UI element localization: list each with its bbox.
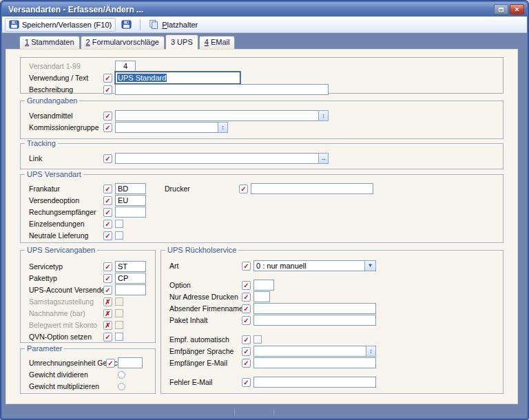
tab-ups[interactable]: 3 UPS bbox=[165, 34, 198, 50]
empf-automatisch-checkbox[interactable] bbox=[253, 335, 262, 344]
umrechnung-input[interactable] bbox=[118, 357, 143, 368]
field-active-check-icon[interactable]: ✓ bbox=[242, 316, 251, 325]
open-link-icon[interactable]: → bbox=[318, 153, 329, 164]
ups-account-input[interactable] bbox=[115, 284, 146, 295]
link-input[interactable] bbox=[115, 153, 318, 164]
empfaenger-email-input[interactable] bbox=[253, 357, 376, 368]
field-active-check-icon[interactable]: ✓ bbox=[103, 74, 112, 83]
fehler-email-input[interactable] bbox=[253, 377, 376, 388]
empfaenger-sprache-input[interactable] bbox=[253, 346, 366, 357]
rechnungsempfaenger-label: Rechungsempfänger bbox=[29, 208, 103, 216]
field-active-check-icon[interactable]: ✓ bbox=[103, 196, 112, 205]
nur-adresse-input[interactable] bbox=[253, 291, 270, 302]
tab-stammdaten[interactable]: 1 Stammdaten bbox=[19, 36, 80, 49]
ups-servicangaben-legend: UPS Servicangaben bbox=[25, 246, 97, 254]
field-inactive-cross-icon[interactable]: ✗ bbox=[103, 321, 112, 330]
save-button[interactable] bbox=[117, 18, 136, 32]
field-active-check-icon[interactable]: ✓ bbox=[242, 281, 251, 290]
field-active-check-icon[interactable]: ✓ bbox=[242, 262, 251, 271]
field-active-check-icon[interactable]: ✓ bbox=[106, 359, 115, 368]
field-active-check-icon[interactable]: ✓ bbox=[242, 293, 251, 302]
placeholder-label: Platzhalter bbox=[162, 21, 198, 29]
samstagszustellung-label: Samstagszustellung bbox=[29, 297, 103, 306]
grundangaben-legend: Grundangaben bbox=[25, 96, 79, 105]
gewicht-multiplizieren-radio[interactable] bbox=[118, 383, 125, 390]
head-groupbox: Versandart 1-99 Verwendung / Text ✓ UPS … bbox=[20, 57, 504, 94]
ups-rueckholservice-legend: UPS Rückholservice bbox=[165, 246, 238, 254]
field-active-check-icon[interactable]: ✓ bbox=[242, 335, 251, 344]
option-input[interactable] bbox=[253, 280, 274, 291]
absender-firmenname-label: Absender Firmenname bbox=[169, 304, 242, 313]
field-active-check-icon[interactable]: ✓ bbox=[103, 220, 112, 229]
versandart-input[interactable] bbox=[115, 61, 136, 72]
gewicht-dividieren-radio[interactable] bbox=[118, 371, 125, 379]
ups-servicangaben-groupbox: UPS Servicangaben Servicetyp ✓ Pakettyp … bbox=[20, 250, 156, 343]
field-inactive-cross-icon[interactable]: ✗ bbox=[103, 297, 112, 306]
paket-inhalt-label: Paket Inhalt bbox=[169, 316, 242, 324]
field-active-check-icon[interactable]: ✓ bbox=[103, 274, 112, 283]
servicetyp-label: Servicetyp bbox=[29, 262, 103, 271]
drucker-label: Drucker bbox=[165, 185, 239, 193]
versandmittel-label: Versandmittel bbox=[29, 112, 103, 120]
field-active-check-icon[interactable]: ✓ bbox=[103, 333, 112, 342]
placeholder-button[interactable]: Platzhalter bbox=[145, 18, 202, 32]
qvn-option-checkbox[interactable] bbox=[115, 333, 123, 341]
samstagszustellung-checkbox[interactable] bbox=[115, 297, 123, 306]
field-active-check-icon[interactable]: ✓ bbox=[103, 262, 112, 271]
spinner-updown-icon[interactable]: ↕ bbox=[366, 346, 376, 357]
paket-inhalt-input[interactable] bbox=[253, 315, 376, 326]
spinner-updown-icon[interactable]: ↕ bbox=[318, 110, 329, 121]
toolbar: Speichern/Verlassen (F10) Platzhalter bbox=[2, 17, 527, 33]
rechnungsempfaenger-input[interactable] bbox=[115, 207, 146, 218]
field-active-check-icon[interactable]: ✓ bbox=[103, 231, 112, 240]
qvn-option-label: QVN-Option setzen bbox=[29, 333, 103, 341]
field-inactive-cross-icon[interactable]: ✗ bbox=[103, 309, 112, 318]
gewicht-dividieren-label: Gewicht dividieren bbox=[29, 370, 106, 379]
drucker-input[interactable] bbox=[251, 183, 373, 194]
pakettyp-input[interactable] bbox=[115, 273, 146, 284]
tab-email[interactable]: 4 EMail bbox=[199, 36, 236, 49]
field-active-check-icon[interactable]: ✓ bbox=[103, 123, 112, 132]
verwendung-input[interactable]: UPS Standard bbox=[115, 72, 240, 84]
title-bar[interactable]: Versandarten - Erfassen/Ändern ... ✕ bbox=[2, 2, 527, 17]
field-active-check-icon[interactable]: ✓ bbox=[242, 304, 251, 313]
field-active-check-icon[interactable]: ✓ bbox=[239, 185, 248, 193]
einzelsendungen-checkbox[interactable] bbox=[115, 220, 123, 228]
field-active-check-icon[interactable]: ✓ bbox=[242, 378, 251, 387]
close-button[interactable]: ✕ bbox=[510, 4, 524, 14]
ups-account-label: UPS-Account Versender bbox=[29, 286, 103, 294]
absender-firmenname-input[interactable] bbox=[253, 303, 376, 314]
field-active-check-icon[interactable]: ✓ bbox=[103, 112, 112, 120]
belegwert-checkbox[interactable] bbox=[115, 321, 123, 329]
field-active-check-icon[interactable]: ✓ bbox=[103, 286, 112, 295]
app-window: Versandarten - Erfassen/Ändern ... ✕ Spe… bbox=[0, 0, 529, 420]
nachnahme-checkbox[interactable] bbox=[115, 309, 123, 317]
tracking-legend: Tracking bbox=[25, 139, 58, 147]
field-active-check-icon[interactable]: ✓ bbox=[103, 208, 112, 217]
servicetyp-input[interactable] bbox=[115, 261, 146, 272]
ups-versandart-legend: UPS Versandart bbox=[25, 170, 83, 178]
restore-button[interactable] bbox=[494, 4, 508, 14]
save-exit-button[interactable]: Speichern/Verlassen (F10) bbox=[5, 18, 116, 32]
window-title: Versandarten - Erfassen/Ändern ... bbox=[8, 5, 492, 14]
field-active-check-icon[interactable]: ✓ bbox=[103, 154, 112, 163]
link-combo: → bbox=[115, 153, 329, 164]
frankatur-input[interactable] bbox=[115, 183, 146, 194]
tab-formularvorschlaege[interactable]: 2 Formularvorschläge bbox=[81, 36, 165, 49]
spinner-updown-icon[interactable]: ↕ bbox=[218, 122, 228, 133]
versandmittel-input[interactable] bbox=[115, 110, 318, 121]
art-dropdown[interactable]: ▼ bbox=[253, 260, 376, 271]
chevron-down-icon[interactable]: ▼ bbox=[364, 260, 376, 271]
art-input[interactable] bbox=[253, 260, 364, 271]
neutrale-lieferung-checkbox[interactable] bbox=[115, 231, 123, 240]
versendeoption-input[interactable] bbox=[115, 195, 146, 206]
link-label: Link bbox=[29, 154, 103, 162]
versendeoption-label: Versendeoption bbox=[29, 196, 103, 204]
field-active-check-icon[interactable]: ✓ bbox=[103, 185, 112, 193]
beschreibung-input[interactable] bbox=[115, 84, 329, 95]
field-active-check-icon[interactable]: ✓ bbox=[242, 359, 251, 368]
grundangaben-groupbox: Grundangaben Versandmittel ✓ ↕ Kommissio… bbox=[20, 101, 504, 139]
field-active-check-icon[interactable]: ✓ bbox=[103, 85, 112, 94]
field-active-check-icon[interactable]: ✓ bbox=[242, 347, 251, 356]
kommissioniergruppe-input[interactable] bbox=[115, 122, 218, 133]
